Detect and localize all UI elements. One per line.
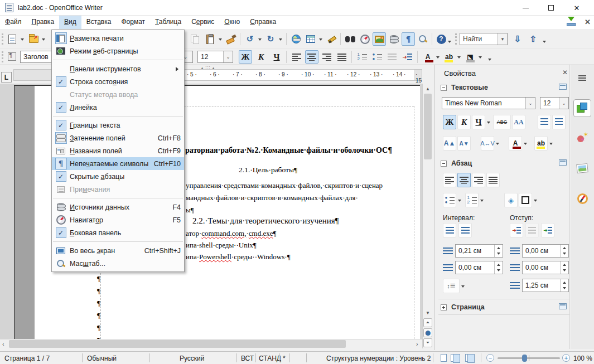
navigation-button[interactable]: ⬤ [423, 328, 432, 337]
menu-item-непечатаемые-символы[interactable]: ¶Непечатаемые символыCtrl+F10 [52, 157, 184, 170]
menu-item-скрытые-абзацы[interactable]: ✓Скрытые абзацы [52, 170, 184, 183]
undo-button[interactable]: ↺ [243, 32, 257, 46]
increase-font-size-button[interactable]: А▲ [443, 136, 456, 151]
sidebar-font-color-button[interactable]: А [509, 136, 522, 151]
navigator-button[interactable] [358, 32, 371, 46]
menu-item-панели-инструментов[interactable]: Панели инструментов [52, 62, 184, 75]
section-paragraph[interactable]: Абзац [441, 159, 568, 167]
horizontal-scrollbar[interactable]: ‹ › [0, 339, 422, 348]
numbered-list-dropdown[interactable] [479, 193, 485, 207]
multi-page-view-button[interactable] [451, 354, 457, 362]
character-spacing-dropdown[interactable] [495, 136, 500, 151]
align-center-button[interactable] [305, 50, 318, 64]
paste-button[interactable] [204, 32, 217, 46]
dialog-launcher-icon[interactable] [559, 84, 567, 90]
vertical-scrollbar[interactable]: ▲ ▼ ⏶ ⬤ ⏷ [422, 84, 432, 348]
spinner-arrows[interactable] [494, 261, 503, 274]
sidebar-tab-navigator[interactable] [573, 190, 591, 207]
increase-paragraph-spacing-button[interactable] [443, 223, 456, 237]
menu-item-границы-текста[interactable]: ✓Границы текста [52, 119, 184, 132]
sidebar-bullet-list-button[interactable] [443, 193, 456, 207]
sidebar-align-left-button[interactable] [443, 173, 456, 187]
bold-button[interactable]: Ж [239, 50, 252, 64]
first-line-indent-field[interactable]: 1,25 см [522, 279, 569, 292]
next-page-button[interactable]: ⏷ [423, 338, 432, 347]
find-input[interactable]: Найти ▾ [460, 33, 508, 45]
scroll-left-button[interactable]: ‹ [2, 341, 4, 347]
menu-item-примечания[interactable]: Примечания [52, 183, 184, 196]
sidebar-font-name-combo[interactable]: Times New Roman ⌄ [442, 97, 535, 109]
menu-формат[interactable]: Формат [116, 16, 150, 29]
font-color-dropdown[interactable] [434, 50, 441, 64]
sidebar-italic-button[interactable]: К [457, 115, 471, 129]
data-sources-button[interactable] [387, 32, 400, 46]
apply-style-button[interactable] [6, 50, 18, 62]
document-text-line[interactable]: 2.2.·Темы·для·теоретического·изучения¶ [192, 216, 339, 226]
sidebar-tab-properties[interactable] [573, 99, 591, 117]
sidebar-bold-button[interactable]: Ж [443, 115, 456, 129]
paste-dropdown[interactable] [217, 32, 223, 46]
bullet-list-dropdown[interactable] [457, 193, 462, 207]
background-color-dropdown[interactable] [477, 50, 483, 64]
highlighting-button[interactable]: ab [442, 50, 456, 64]
spinner-arrows[interactable] [560, 245, 568, 257]
font-size-combo[interactable]: 12 ⌄ [197, 51, 233, 63]
section-page[interactable]: Страница [441, 303, 568, 311]
format-paintbrush-button[interactable] [224, 32, 238, 46]
menu-item-названия-полей[interactable]: Названия полейCtrl+F9 [52, 144, 184, 157]
character-spacing-button[interactable]: А↔V [481, 136, 494, 151]
sidebar-menu-button[interactable] [573, 69, 591, 87]
decrease-paragraph-spacing-button[interactable] [458, 223, 472, 237]
scroll-up-button[interactable]: ▲ [423, 84, 432, 93]
sidebar-close-icon[interactable]: ✕ [562, 69, 568, 76]
menu-item-во-весь-экран[interactable]: Во весь экранCtrl+Shift+J [52, 244, 184, 257]
menu-справка[interactable]: Справка [245, 16, 281, 29]
indent-after-field[interactable]: 0,00 см [522, 261, 569, 274]
spinner-arrows[interactable] [560, 261, 568, 274]
switch-indent-button[interactable]: ➜ [541, 223, 554, 237]
font-color-button[interactable]: А [421, 50, 434, 64]
expand-icon[interactable] [441, 304, 447, 310]
menu-сервис[interactable]: Сервис [186, 16, 219, 29]
line-spacing-dropdown[interactable] [460, 279, 466, 293]
italic-button[interactable]: К [254, 50, 268, 64]
highlight-dropdown[interactable] [548, 136, 554, 151]
status-modified-flag[interactable]: * [283, 355, 286, 362]
document-text-line[interactable]: мандных·файлов·и·скриптов·в·командных·фа… [186, 193, 358, 202]
update-available-icon[interactable] [566, 17, 577, 27]
zoom-slider-thumb[interactable] [522, 355, 527, 362]
sidebar-tab-styles[interactable] [573, 129, 591, 147]
indent-before-field[interactable]: 0,00 см [522, 244, 569, 258]
open-dropdown[interactable] [40, 32, 46, 46]
zoom-slider[interactable] [498, 357, 560, 359]
table-dropdown[interactable] [317, 32, 323, 46]
increase-spacing-button[interactable] [538, 115, 551, 129]
justify-button[interactable] [335, 50, 349, 64]
previous-page-button[interactable]: ⏶ [423, 318, 432, 327]
sidebar-increase-indent-button[interactable]: ➜ [510, 223, 523, 237]
find-next-button[interactable]: ⇩ [511, 32, 524, 46]
toolbar-overflow[interactable] [446, 35, 452, 48]
increase-indent-button[interactable]: ➜ [400, 50, 414, 64]
dialog-launcher-icon[interactable] [559, 303, 567, 309]
menu-item-масштаб-[interactable]: Масштаб... [52, 257, 184, 270]
maximize-button[interactable] [538, 0, 564, 16]
scroll-down-button[interactable]: ▼ [423, 309, 432, 317]
gallery-button[interactable] [373, 32, 386, 46]
highlighting-dropdown[interactable] [456, 50, 462, 64]
sidebar-highlight-button[interactable]: ab [534, 136, 548, 151]
single-page-view-button[interactable] [441, 354, 447, 362]
sidebar-tab-gallery[interactable] [573, 159, 591, 177]
sidebar-underline-button[interactable]: Ч [472, 115, 485, 129]
spacing-below-field[interactable]: 0,00 см [455, 261, 503, 274]
toolbar-grip[interactable] [2, 33, 3, 45]
status-insert-mode[interactable]: ВСТ [241, 355, 254, 362]
underline-button[interactable]: Ч [270, 50, 283, 64]
copy-button[interactable] [188, 32, 201, 46]
open-button[interactable] [27, 32, 40, 46]
font-color-dropdown[interactable] [523, 136, 528, 151]
align-left-button[interactable] [290, 50, 303, 64]
status-selection-mode[interactable]: СТАНД [259, 355, 281, 362]
status-page-style[interactable]: Обычный [87, 355, 117, 362]
menu-таблица[interactable]: Таблица [150, 16, 186, 29]
